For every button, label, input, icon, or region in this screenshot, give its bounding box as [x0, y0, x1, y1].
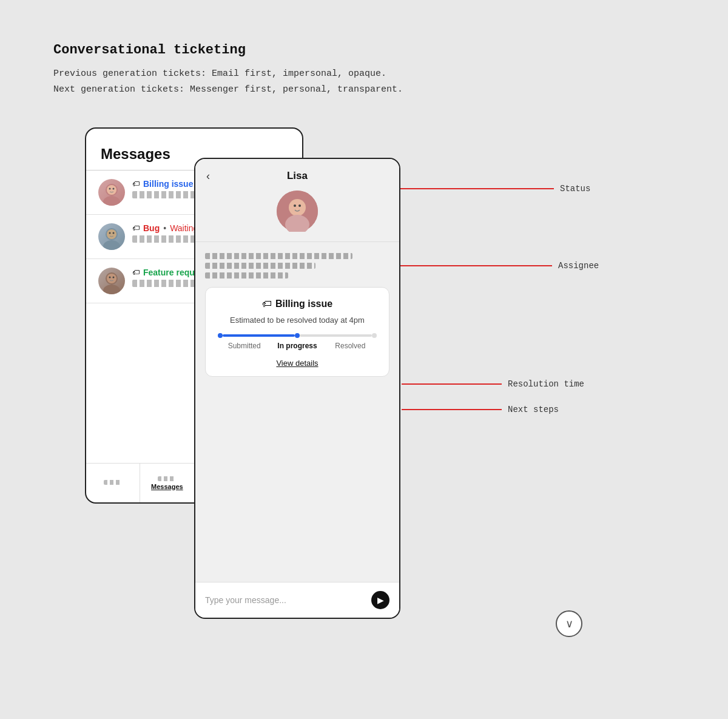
diagram-area: Messages 🏷 Billing issue • In	[30, 127, 698, 649]
ticket-icon: 🏷	[132, 180, 140, 188]
chat-body: 🏷 Billing issue Estimated to be resolved…	[195, 242, 399, 582]
svg-point-14	[113, 277, 115, 278]
annotation-assignee: Assignee	[400, 261, 599, 271]
svg-point-12	[107, 274, 116, 283]
header-description: Previous generation tickets: Email first…	[53, 66, 728, 97]
tag-label-billing: Billing issue	[143, 179, 193, 189]
svg-point-4	[113, 188, 115, 190]
svg-point-9	[113, 232, 115, 234]
annotation-nextsteps: Next steps	[402, 405, 559, 414]
avatar	[277, 191, 318, 232]
nav-icon	[158, 476, 176, 481]
page-title: Conversational ticketing	[53, 42, 728, 58]
ticket-estimated: Estimated to be resolved today at 4pm	[218, 316, 377, 325]
progress-segment-2	[300, 334, 372, 337]
svg-point-13	[109, 277, 111, 278]
svg-point-17	[294, 204, 296, 207]
annotation-line	[402, 409, 502, 410]
svg-point-8	[109, 232, 111, 234]
annotation-label-status: Status	[560, 184, 590, 194]
chat-messages	[205, 253, 389, 278]
send-button[interactable]: ▶	[371, 591, 389, 609]
svg-point-3	[109, 188, 111, 190]
header-section: Conversational ticketing Previous genera…	[0, 0, 728, 115]
ticket-icon: 🏷	[132, 224, 140, 232]
ticket-icon: 🏷	[132, 268, 140, 277]
chat-panel: ‹ Lisa	[194, 158, 400, 619]
avatar	[98, 223, 125, 250]
annotation-label-resolution: Resolution time	[508, 379, 584, 389]
step-label-resolved: Resolved	[324, 342, 377, 350]
ticket-card: 🏷 Billing issue Estimated to be resolved…	[205, 287, 389, 377]
back-button[interactable]: ‹	[206, 170, 210, 183]
nav-item-messages[interactable]: Messages	[140, 464, 194, 502]
chat-header: ‹ Lisa	[195, 159, 399, 242]
progress-track	[218, 333, 377, 338]
message-line	[205, 263, 315, 269]
chat-input-area: Type your message... ▶	[195, 582, 399, 618]
nav-icon	[104, 480, 122, 485]
message-line	[205, 272, 288, 278]
annotation-line	[402, 383, 502, 385]
progress-labels: Submitted In progress Resolved	[218, 342, 377, 350]
annotation-line	[400, 265, 552, 266]
svg-point-7	[107, 229, 116, 239]
svg-point-18	[298, 204, 301, 207]
svg-point-1	[103, 196, 120, 206]
avatar	[98, 268, 125, 294]
progress-segment-1	[223, 334, 295, 337]
progress-dot-submitted	[218, 333, 223, 338]
annotation-label-nextsteps: Next steps	[508, 405, 559, 414]
step-label-inprogress: In progress	[271, 342, 323, 350]
message-line	[205, 253, 352, 259]
annotation-label-assignee: Assignee	[558, 261, 599, 271]
chat-contact-name: Lisa	[207, 170, 387, 182]
view-details-link[interactable]: View details	[218, 359, 377, 368]
annotation-resolution: Resolution time	[402, 379, 584, 389]
avatar	[98, 179, 125, 206]
svg-point-11	[103, 285, 120, 294]
nav-item-home[interactable]	[86, 464, 140, 502]
ticket-card-icon: 🏷	[262, 299, 272, 309]
svg-point-2	[107, 185, 116, 195]
svg-point-6	[103, 240, 120, 250]
svg-point-16	[289, 199, 306, 216]
step-label-submitted: Submitted	[218, 342, 271, 350]
progress-dot-inprogress	[295, 333, 300, 338]
ticket-title-row: 🏷 Billing issue	[218, 299, 377, 309]
tag-label-bug: Bug	[143, 223, 160, 233]
ticket-card-title: Billing issue	[275, 299, 332, 309]
progress-dot-resolved	[372, 333, 377, 338]
chat-input-placeholder[interactable]: Type your message...	[205, 595, 365, 605]
scroll-indicator[interactable]: ∨	[556, 610, 582, 637]
